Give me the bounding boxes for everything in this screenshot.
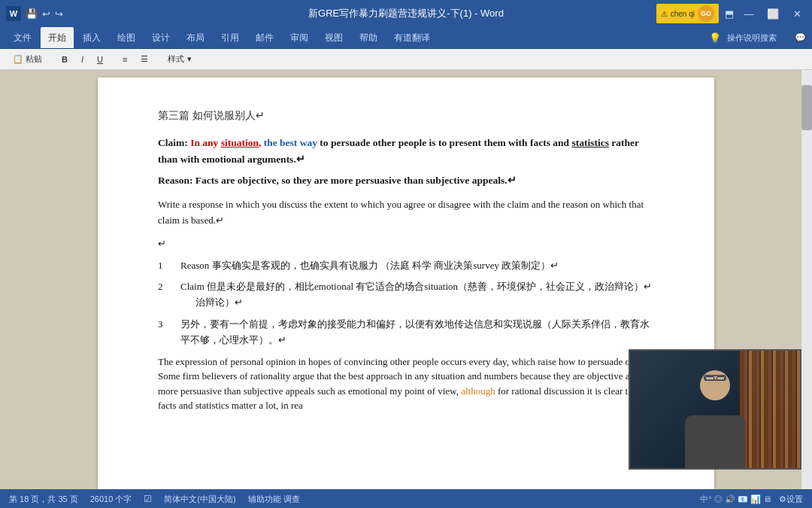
vertical-scrollbar[interactable] (801, 70, 812, 489)
bottom-para-orange: although (461, 385, 495, 397)
tab-view[interactable]: 视图 (317, 27, 350, 48)
bold-button[interactable]: B (58, 54, 71, 65)
tab-mailings[interactable]: 邮件 (248, 27, 281, 48)
list-text-3: 另外，要有一个前提，考虑对象的接受能力和偏好，以便有效地传达信息和实现说服（人际… (180, 317, 654, 348)
user-avatar[interactable]: GO (698, 5, 714, 22)
claim-label: Claim: (158, 137, 190, 148)
status-bar: 第 18 页，共 35 页 26010 个字 ☑ 简体中文(中国大陆) 辅助功能… (0, 489, 812, 508)
video-overlay (629, 349, 801, 470)
title-bar-right: ⚠ chen qi GO ⬒ — ⬜ ✕ (656, 4, 806, 23)
status-bar-right: 中° ◎ 🔊 📧 📊 🖥 ⚙设置 (700, 494, 803, 505)
list-text-1: Reason 事实确实是客观的，也确实具有说服力 （法庭 科学 商业决策surv… (180, 258, 559, 274)
title-bar-left: W 💾 ↩ ↪ (6, 6, 63, 21)
warning-badge: ⚠ chen qi GO (656, 4, 719, 23)
list-num-3: 3 (158, 317, 173, 348)
italic-button[interactable]: I (77, 54, 87, 65)
quick-access-toolbar: 💾 ↩ ↪ (26, 8, 63, 20)
tab-insert[interactable]: 插入 (75, 27, 108, 48)
empty-line: ↵ (158, 236, 654, 252)
search-hint-label[interactable]: 操作说明搜索 (727, 32, 777, 44)
list-num-2: 2 (158, 279, 173, 311)
claim-red-text: In any situation, (190, 137, 261, 148)
list-text-2: Claim 但是未必是最好的，相比emotional 有它适合的场合situat… (180, 279, 652, 311)
comment-icon[interactable]: 💬 (795, 32, 806, 43)
bottom-paragraph: The expression of personal opinion in ho… (158, 354, 654, 413)
title-bar: W 💾 ↩ ↪ 新GRE写作暴力刷题营违规讲义-下(1) - Word ⚠ ch… (0, 0, 812, 27)
language-label[interactable]: 简体中文(中国大陆) (164, 494, 235, 505)
paragraph-group: ≡ ☰ (119, 53, 152, 65)
undo-icon[interactable]: ↩ (42, 8, 50, 20)
document-page: 第三篇 如何说服别人↵ Claim: In any situation, the… (98, 78, 714, 489)
window-title: 新GRE写作暴力刷题营违规讲义-下(1) - Word (308, 7, 504, 20)
tab-references[interactable]: 引用 (214, 27, 247, 48)
person-body (685, 415, 745, 468)
tab-draw[interactable]: 绘图 (110, 27, 143, 48)
system-tray-icons: 中° ◎ 🔊 📧 📊 🖥 (700, 494, 771, 505)
ribbon-collapse-icon[interactable]: ⬒ (725, 8, 734, 20)
tab-review[interactable]: 审阅 (283, 27, 316, 48)
styles-group: 样式 ▾ (164, 53, 195, 65)
tab-help[interactable]: 帮助 (352, 27, 385, 48)
list-item-2: 2 Claim 但是未必是最好的，相比emotional 有它适合的场合situ… (158, 279, 654, 311)
ribbon-toolbar: 📋 粘贴 B I U ≡ ☰ 样式 ▾ (0, 49, 812, 70)
document-area: 第三篇 如何说服别人↵ Claim: In any situation, the… (0, 70, 812, 489)
accessibility-label[interactable]: 辅助功能 调查 (248, 494, 300, 505)
list-num-1: 1 (158, 258, 173, 274)
tab-start[interactable]: 开始 (41, 27, 74, 48)
page-info: 第 18 页，共 35 页 (9, 494, 78, 505)
minimize-button[interactable]: — (740, 5, 758, 23)
ribbon: 文件 开始 插入 绘图 设计 布局 引用 邮件 审阅 视图 帮助 有道翻译 💡 … (0, 27, 812, 49)
claim-blue-text: the best way (261, 137, 317, 148)
list-item-3: 3 另外，要有一个前提，考虑对象的接受能力和偏好，以便有效地传达信息和实现说服（… (158, 317, 654, 348)
chapter-title: 第三篇 如何说服别人↵ (158, 108, 654, 124)
close-button[interactable]: ✕ (788, 5, 806, 23)
redo-icon[interactable]: ↪ (55, 8, 63, 20)
reason-paragraph: Reason: Facts are objective, so they are… (158, 172, 654, 189)
underline-button[interactable]: U (93, 54, 107, 65)
person-glasses (704, 375, 726, 381)
list-item-1: 1 Reason 事实确实是客观的，也确实具有说服力 （法庭 科学 商业决策su… (158, 258, 654, 274)
ribbon-tabs: 文件 开始 插入 绘图 设计 布局 引用 邮件 审阅 视图 帮助 有道翻译 💡 … (0, 27, 812, 48)
tab-design[interactable]: 设计 (144, 27, 177, 48)
tab-youdao[interactable]: 有道翻译 (386, 27, 438, 48)
scrollbar-thumb[interactable] (801, 85, 812, 130)
video-background (630, 351, 800, 468)
save-icon[interactable]: 💾 (26, 8, 38, 20)
word-count: 26010 个字 (90, 494, 132, 505)
styles-button[interactable]: 样式 ▾ (164, 53, 195, 65)
tab-layout[interactable]: 布局 (179, 27, 212, 48)
check-icon: ☑ (144, 494, 152, 504)
paste-button[interactable]: 📋 粘贴 (9, 53, 46, 65)
tab-file[interactable]: 文件 (6, 27, 39, 48)
clipboard-group: 📋 粘贴 (9, 53, 46, 65)
align-left-button[interactable]: ≡ (119, 54, 131, 65)
user-name-label: chen qi (671, 10, 695, 18)
font-group: B I U (58, 54, 107, 65)
align-center-button[interactable]: ☰ (137, 53, 152, 65)
claim-paragraph: Claim: In any situation, the best way to… (158, 135, 654, 167)
lightbulb-icon: 💡 (709, 32, 721, 44)
write-para: Write a response in which you discuss th… (158, 197, 654, 229)
word-app-icon: W (6, 6, 21, 21)
restore-button[interactable]: ⬜ (764, 5, 782, 23)
ribbon-search-area: 💡 操作说明搜索 💬 (709, 32, 806, 44)
settings-icon[interactable]: ⚙设置 (779, 494, 803, 505)
warning-icon: ⚠ (661, 10, 668, 18)
